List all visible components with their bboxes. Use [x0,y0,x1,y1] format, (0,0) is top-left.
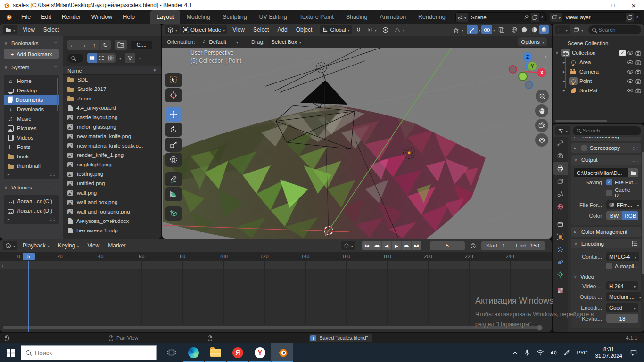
forward-button[interactable]: → [78,40,89,50]
outliner-search[interactable] [588,25,641,34]
hide-eye-icon[interactable] [627,70,633,74]
system-list-item[interactable]: Videos [4,133,59,142]
drag-dropdown[interactable]: Select Box [268,37,304,46]
new material knife.png[interactable]: new material knife.png [63,132,161,141]
volume-list-item[interactable]: Локал...ск (D:) [4,206,59,215]
tab-output[interactable] [553,162,568,175]
pan-button[interactable] [535,104,548,117]
tray-microphone-icon[interactable] [524,349,531,356]
video-setting-dropdown[interactable]: Medium ... [606,292,641,301]
properties-scrollbar[interactable] [642,152,644,274]
display-mode-thumbnails-icon[interactable] [106,53,116,63]
hide-eye-icon[interactable] [627,60,633,64]
viewport-menu-item[interactable]: Select [249,26,273,33]
workspace-tab[interactable]: UV Editing [253,10,293,24]
expand-icon[interactable]: ▸ [563,60,567,65]
properties-search-input[interactable] [583,128,637,133]
system-section-header[interactable]: ∨System [0,63,63,72]
next-keyframe-button[interactable]: ◆▶ [402,241,412,250]
topbar-menu-item[interactable]: Help [117,10,140,24]
name-column-label[interactable]: Name [67,68,82,74]
viewport-canvas[interactable]: User Perspective (5) Collection | Point [162,48,552,239]
render_knife_1.png[interactable]: render_knife_1.png [63,150,161,160]
proportional-editing-icon[interactable] [380,25,391,34]
sidebar-toggle-icon[interactable]: ‹ [545,53,547,59]
file-browser-menu-item[interactable]: View [18,26,39,33]
clock[interactable]: 8:31 31.07.2024 [595,346,622,359]
tool-rotate[interactable] [165,123,182,137]
tab-object[interactable] [553,230,568,243]
remove-viewlayer-icon[interactable]: × [634,15,641,20]
preview-range-clock-icon[interactable] [468,241,479,250]
auto-keying-button[interactable] [341,241,355,250]
file-search-button[interactable] [67,54,83,63]
filter-settings-caret[interactable] [139,55,141,61]
create-folder-button[interactable] [115,40,127,50]
system-list-item[interactable]: Desktop [4,86,59,95]
taskbar-app-yandex[interactable]: Y [249,343,271,362]
tool-select-box[interactable] [165,73,182,87]
wall.png[interactable]: wall.png [63,188,161,197]
overlays-toggle-icon[interactable] [481,25,492,34]
new-scene-icon[interactable] [531,13,539,22]
stereoscopy-panel[interactable]: ▸Stereoscopy [571,143,641,153]
tool-measure[interactable] [165,187,182,201]
video-setting-dropdown[interactable]: Good [606,303,638,312]
orientation-dropdown[interactable]: Default [198,37,240,46]
file-browser-menu-item[interactable]: Select [39,26,63,33]
display-mode-list-icon[interactable] [87,53,97,63]
stereoscopy-checkbox[interactable] [581,145,587,151]
4.4_анчукова.rtf[interactable]: 4.4_анчукова.rtf [63,103,161,113]
castle layout.png[interactable]: castle layout.png [63,113,161,122]
keyframe-interval-field[interactable]: 18 [606,314,638,323]
tool-move[interactable] [165,107,182,122]
disable-render-camera-icon[interactable] [635,79,641,84]
tool-annotate[interactable] [165,172,182,186]
start-frame-field[interactable]: 1 [502,243,511,248]
zoom-button[interactable] [536,90,549,103]
tab-collection[interactable] [553,218,568,230]
video-setting-dropdown[interactable]: H.264 [606,281,638,290]
drag-dots-icon[interactable] [53,41,58,46]
tab-render[interactable] [553,149,568,162]
proportional-falloff-dropdown[interactable] [392,25,407,34]
taskbar-app-yandex-browser[interactable]: Я [227,343,249,362]
outliner-scene-collection-row[interactable]: Scene Collection [553,39,644,48]
jump-to-start-button[interactable]: ▮◀ [362,241,372,250]
workspace-tab[interactable]: Sculpting [216,10,253,24]
snap-settings-dropdown[interactable] [365,25,379,34]
system-list-item[interactable]: ↓ Downloads [4,105,59,114]
channel-expand-icon[interactable]: › [2,263,3,268]
system-list-item[interactable]: ♫ Music [4,114,59,123]
gizmos-caret[interactable] [479,26,480,33]
Без имени 1.odp[interactable]: Без имени 1.odp [63,226,161,235]
video-subpanel-header[interactable]: ∨Video [574,274,638,280]
Анчукова_отчёт.docx[interactable]: Анчукова_отчёт.docx [63,216,161,226]
melon glass.png[interactable]: melon glass.png [63,122,161,132]
tool-add-primitive[interactable] [165,206,182,221]
editor-type-outliner-icon[interactable] [555,25,570,34]
topbar-menu-item[interactable]: File [16,10,36,24]
SurfPat[interactable]: ▸ SurfPat [553,86,644,95]
system-list-item[interactable]: book [4,152,59,161]
report-message[interactable]: i Saved "scales.blend" [309,334,372,342]
system-list-item[interactable]: Pictures [4,123,59,133]
close-button[interactable]: × [623,0,644,10]
output-path-field[interactable]: C:\Users\Milan\D... [574,168,628,177]
SDL[interactable]: SDL [63,75,161,84]
autosplit-checkbox[interactable] [606,263,612,269]
disable-render-camera-icon[interactable] [635,60,641,65]
tool-scale[interactable] [165,138,182,152]
file-format-dropdown[interactable]: FFm... [606,200,641,209]
output-panel-header[interactable]: ∨Output [571,155,641,165]
minimize-button[interactable]: — [582,0,603,10]
scene-name[interactable]: Scene [468,15,524,20]
drag-dots-icon[interactable] [53,65,58,70]
editor-type-properties-icon[interactable] [555,126,570,135]
new material knife scaly.p...[interactable]: new material knife scaly.p... [63,141,161,150]
new-viewlayer-icon[interactable] [626,13,634,22]
start-button[interactable] [0,343,21,362]
volumes-section-header[interactable]: ∨Volumes [0,183,63,192]
add-bookmark-button[interactable]: +Add Bookmark [4,49,59,59]
workspace-tab[interactable]: Shading [340,10,374,24]
